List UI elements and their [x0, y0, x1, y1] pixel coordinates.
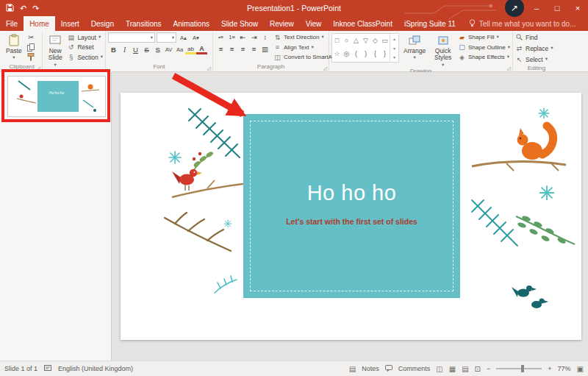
- shape-cell[interactable]: ☆: [332, 47, 342, 60]
- bold-button[interactable]: B: [108, 45, 119, 54]
- notes-button[interactable]: Notes: [362, 365, 379, 372]
- slide-indicator[interactable]: Slide 1 of 1: [4, 365, 37, 372]
- title-placeholder[interactable]: Ho ho ho Let's start with the first set …: [243, 114, 460, 298]
- save-icon[interactable]: [6, 4, 14, 13]
- shape-cell[interactable]: (: [351, 47, 361, 60]
- zoom-level[interactable]: 77%: [558, 365, 571, 372]
- line-spacing-button[interactable]: ↕: [259, 32, 270, 42]
- numbering-button[interactable]: 1≡: [226, 32, 237, 42]
- increase-indent-button[interactable]: ⇥: [248, 32, 259, 42]
- bullets-button[interactable]: •≡: [215, 32, 226, 42]
- copy-button[interactable]: [26, 43, 37, 52]
- comments-button[interactable]: Comments: [398, 365, 431, 372]
- dropdown-icon: ▾: [442, 63, 444, 68]
- change-case-button[interactable]: Aa: [174, 45, 185, 54]
- shape-cell[interactable]: }: [380, 47, 390, 60]
- normal-view-button[interactable]: ◫: [436, 365, 442, 373]
- slide-thumbnail[interactable]: Ho ho ho: [7, 76, 106, 117]
- clipboard-dialog-launcher[interactable]: ◿: [37, 65, 40, 71]
- tab-review[interactable]: Review: [264, 16, 300, 31]
- close-button[interactable]: ×: [567, 0, 588, 16]
- shape-cell[interactable]: ▭: [380, 34, 390, 47]
- tab-animations[interactable]: Animations: [168, 16, 215, 31]
- arrange-icon: [409, 33, 420, 47]
- align-center-button[interactable]: ≡: [226, 44, 237, 54]
- paste-icon: [9, 33, 19, 47]
- reset-icon: ↺: [67, 43, 75, 51]
- tab-file[interactable]: File: [0, 16, 24, 31]
- tab-view[interactable]: View: [300, 16, 328, 31]
- zoom-in-button[interactable]: +: [548, 365, 551, 372]
- shape-cell[interactable]: □: [332, 34, 342, 47]
- share-button[interactable]: Share: [584, 16, 588, 31]
- scroll-up-icon[interactable]: ▴: [390, 34, 398, 43]
- font-name-select[interactable]: ▾: [108, 32, 155, 43]
- font-color-button[interactable]: A: [196, 45, 207, 54]
- find-button[interactable]: Find: [515, 32, 558, 42]
- zoom-slider[interactable]: [496, 368, 542, 369]
- tab-inknoe-classpoint[interactable]: Inknoe ClassPoint: [327, 16, 398, 31]
- tab-design[interactable]: Design: [85, 16, 120, 31]
- shapes-gallery[interactable]: □ ○ △ ▽ ◇ ▭ ☆ ◎ ( ) { } ▴ ▾ ▾: [331, 33, 399, 63]
- align-right-button[interactable]: ≡: [237, 44, 248, 54]
- shape-effects-button[interactable]: ◈ Shape Effects ▾: [458, 52, 510, 62]
- paste-button[interactable]: Paste ▾: [4, 32, 24, 61]
- align-left-button[interactable]: ≡: [215, 44, 226, 54]
- grow-font-button[interactable]: A▴: [178, 33, 189, 43]
- shape-outline-button[interactable]: ▢ Shape Outline ▾: [458, 43, 510, 52]
- reset-button[interactable]: ↺ Reset: [67, 43, 103, 52]
- gallery-scrollbar[interactable]: ▴ ▾ ▾: [390, 34, 398, 62]
- shape-cell[interactable]: △: [351, 34, 361, 47]
- minimize-button[interactable]: –: [526, 0, 547, 16]
- shape-cell[interactable]: ): [361, 47, 370, 60]
- undo-icon[interactable]: ↶: [20, 4, 26, 13]
- shape-cell[interactable]: ▽: [361, 34, 370, 47]
- slideshow-view-button[interactable]: ⊡: [475, 365, 481, 373]
- paragraph-dialog-launcher[interactable]: ◿: [323, 65, 327, 71]
- replace-button[interactable]: ⇄ Replace ▾: [515, 43, 558, 53]
- cut-button[interactable]: ✂: [26, 32, 37, 42]
- section-button[interactable]: § Section ▾: [67, 52, 103, 62]
- redo-icon[interactable]: ↷: [32, 4, 39, 13]
- drawing-dialog-launcher[interactable]: ◿: [507, 65, 511, 71]
- decrease-indent-button[interactable]: ⇤: [237, 32, 248, 42]
- text-shadow-button[interactable]: S: [152, 45, 163, 54]
- font-dialog-launcher[interactable]: ◿: [207, 65, 211, 71]
- slide[interactable]: Ho ho ho Let's start with the first set …: [121, 93, 581, 340]
- quick-styles-button[interactable]: Quick Styles ▾: [430, 32, 456, 68]
- language-label[interactable]: English (United Kingdom): [58, 365, 133, 372]
- squirrel-branch: [472, 162, 566, 171]
- slide-thumbnail-panel[interactable]: 1 Ho ho ho: [0, 72, 112, 361]
- layout-button[interactable]: ▤ Layout ▾: [67, 32, 103, 42]
- columns-button[interactable]: ▥: [259, 44, 270, 54]
- scroll-down-icon[interactable]: ▾: [390, 43, 398, 53]
- fit-to-window-button[interactable]: ▣: [577, 365, 584, 373]
- shape-cell[interactable]: {: [370, 47, 380, 60]
- font-size-select[interactable]: ▾: [157, 32, 176, 43]
- select-button[interactable]: ↖ Select ▾: [515, 54, 558, 64]
- strikethrough-button[interactable]: S: [141, 45, 152, 54]
- shape-cell[interactable]: ◎: [342, 47, 351, 60]
- shape-fill-button[interactable]: ▰ Shape Fill ▾: [458, 32, 510, 42]
- zoom-out-button[interactable]: −: [487, 365, 490, 372]
- new-slide-button[interactable]: New Slide ▾: [45, 32, 65, 68]
- tab-home[interactable]: Home: [24, 16, 55, 31]
- format-painter-button[interactable]: [26, 52, 37, 62]
- maximize-button[interactable]: □: [547, 0, 567, 16]
- character-spacing-button[interactable]: AV: [163, 45, 174, 54]
- reading-view-button[interactable]: ▤: [462, 365, 468, 373]
- gallery-more-icon[interactable]: ▾: [390, 52, 398, 62]
- zoom-slider-knob[interactable]: [521, 365, 524, 372]
- arrange-button[interactable]: Arrange ▾: [401, 32, 428, 61]
- shrink-font-button[interactable]: A▾: [190, 33, 201, 43]
- tab-insert[interactable]: Insert: [55, 16, 85, 31]
- tab-slide-show[interactable]: Slide Show: [215, 16, 264, 31]
- italic-button[interactable]: I: [119, 45, 130, 54]
- justify-button[interactable]: ≡: [248, 44, 259, 54]
- underline-button[interactable]: U: [130, 45, 141, 54]
- shape-cell[interactable]: ◇: [370, 34, 380, 47]
- tab-transitions[interactable]: Transitions: [120, 16, 168, 31]
- slide-sorter-view-button[interactable]: ▦: [449, 365, 456, 373]
- highlight-color-button[interactable]: ab: [185, 45, 196, 54]
- shape-cell[interactable]: ○: [342, 34, 351, 47]
